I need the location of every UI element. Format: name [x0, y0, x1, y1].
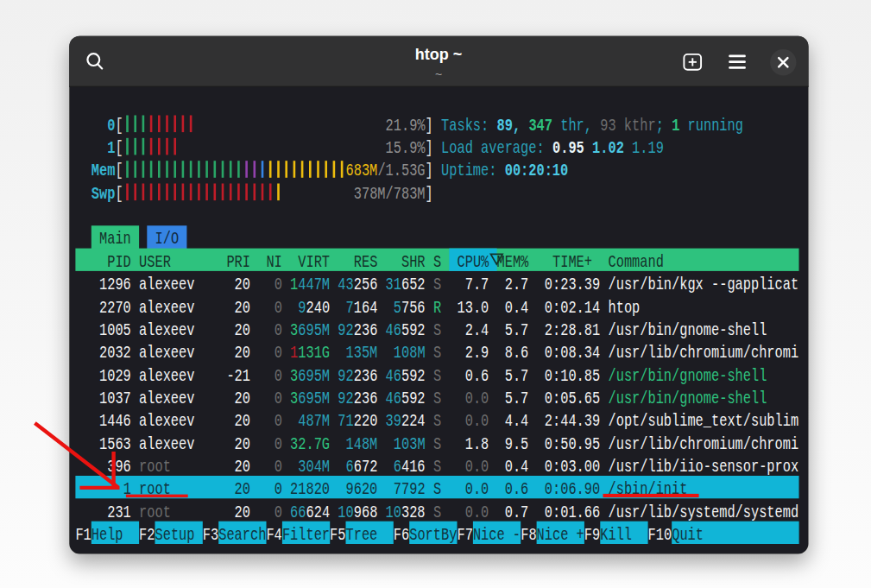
- svg-text:htop ~: htop ~: [415, 46, 463, 63]
- svg-text:2270alexeev200924071645756R13.: 2270alexeev200924071645756R13.00.40:02.1…: [99, 298, 640, 317]
- svg-text:~: ~: [435, 67, 442, 81]
- svg-text:Uptime:00:20:10: Uptime:00:20:10: [441, 161, 568, 180]
